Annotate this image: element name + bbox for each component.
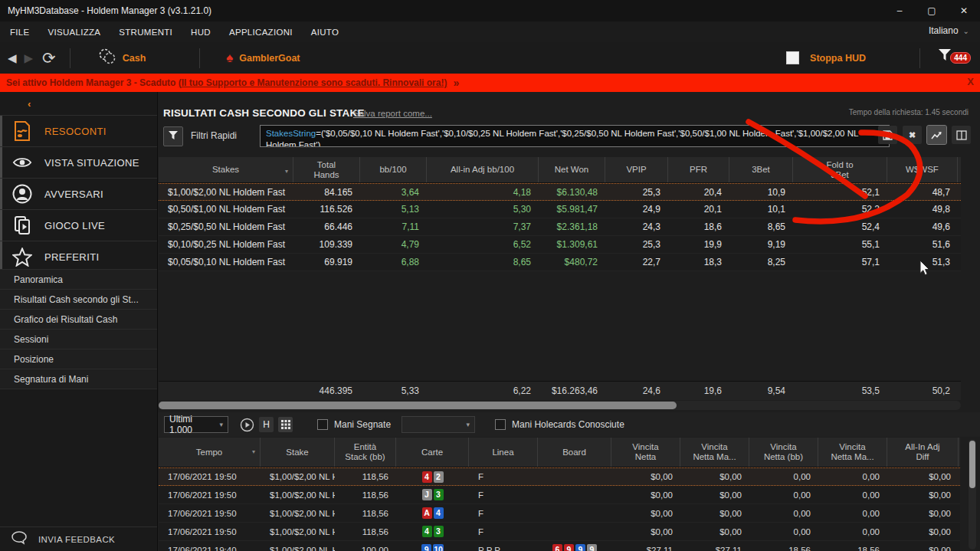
column-header-fold-to-3bet[interactable]: Fold to 3Bet xyxy=(793,157,887,182)
chart-view-button[interactable] xyxy=(927,126,946,144)
hand-range-value: Ultimi 1.000 xyxy=(169,414,213,435)
minimize-button[interactable]: – xyxy=(883,0,916,21)
cell-w-wsf: 48,7 xyxy=(887,187,958,198)
cell-stake: $1,00/$2,00 NL Holdem Fast xyxy=(261,509,335,518)
filter-count-badge: 444 xyxy=(950,52,971,64)
menu-applicazioni[interactable]: APPLICAZIONI xyxy=(229,28,293,37)
column-header-net-won[interactable]: Net Won xyxy=(539,157,605,182)
send-feedback-button[interactable]: INVIA FEEDBACK xyxy=(0,526,157,551)
scrollbar-thumb[interactable] xyxy=(969,441,975,488)
scrollbar-thumb[interactable] xyxy=(159,402,677,409)
known-holecards-checkbox[interactable] xyxy=(495,419,506,430)
sort-arrow-icon[interactable]: ▾ xyxy=(252,447,255,457)
player-tab[interactable]: ♠ GamblerGoat xyxy=(226,51,300,64)
cell-tempo: 17/06/2021 19:50 xyxy=(159,490,261,500)
column-header-all-in-adj-bb-100[interactable]: All-in Adj bb/100 xyxy=(427,157,539,182)
cell-total-hands: 69.919 xyxy=(293,257,360,267)
collapse-sidebar-button[interactable]: ‹ xyxy=(28,98,31,110)
menu-visualizza[interactable]: VISUALIZZA xyxy=(48,28,101,37)
sidebar-item-avversari[interactable]: AVVERSARI xyxy=(0,178,157,209)
banner-close-button[interactable]: X xyxy=(967,76,974,87)
quick-filters-label: Filtri Rapidi xyxy=(191,130,237,141)
column-header-total-hands[interactable]: Total Hands xyxy=(293,157,360,182)
column-header-board[interactable]: Board xyxy=(538,438,611,467)
column-header-tempo[interactable]: Tempo▾ xyxy=(159,438,261,467)
save-filter-button[interactable] xyxy=(878,126,897,144)
replay-hand-button[interactable] xyxy=(239,417,254,432)
cell-vincita-netta-bb: 0,00 xyxy=(749,490,818,500)
cell-vincita-netta-ma: 0,00 xyxy=(818,472,887,481)
report-item-panoramica[interactable]: Panoramica xyxy=(0,269,157,289)
column-header-vincita-netta-ma[interactable]: Vincita Netta Ma... xyxy=(818,438,887,467)
menu-hud[interactable]: HUD xyxy=(191,28,211,37)
sidebar-item-preferiti[interactable]: PREFERITI xyxy=(0,241,157,272)
menu-file[interactable]: FILE xyxy=(10,28,30,37)
hand-row[interactable]: 17/06/2021 19:50$1,00/$2,00 NL Holdem Fa… xyxy=(159,467,960,486)
cell-fold-to-3bet: 57,1 xyxy=(793,257,887,267)
cell-total-hands: 116.526 xyxy=(293,204,360,215)
column-header-w-wsf[interactable]: W$WSF xyxy=(887,157,958,182)
columns-layout-button[interactable] xyxy=(952,126,971,144)
save-report-link[interactable]: Salva report come... xyxy=(353,109,432,118)
maximize-button[interactable]: ▢ xyxy=(916,0,948,21)
column-header-all-in-adj-diff[interactable]: All-In Adj Diff xyxy=(887,438,959,467)
column-header-stake[interactable]: Stake xyxy=(261,438,335,467)
sidebar-item-resoconti[interactable]: RESOCONTI xyxy=(0,115,157,146)
hand-row[interactable]: 17/06/2021 19:50$1,00/$2,00 NL Holdem Fa… xyxy=(159,523,960,541)
sidebar-item-gioco-live[interactable]: GIOCO LIVE xyxy=(0,209,157,241)
vertical-scrollbar[interactable] xyxy=(969,439,976,549)
stakes-row[interactable]: $1,00/$2,00 NL Holdem Fast84.1653,644,18… xyxy=(159,183,961,201)
report-item-segnatura-di-mani[interactable]: Segnatura di Mani xyxy=(0,369,157,389)
column-header-pfr[interactable]: PFR xyxy=(668,157,729,182)
stakes-row[interactable]: $0,05/$0,10 NL Holdem Fast69.9196,888,65… xyxy=(159,254,961,271)
column-header-linea[interactable]: Linea xyxy=(469,438,538,467)
language-selector[interactable]: Italiano ⌄ xyxy=(929,25,969,36)
quick-filter-button[interactable] xyxy=(163,126,183,146)
grid-view-button[interactable] xyxy=(278,417,293,432)
marked-hands-checkbox[interactable] xyxy=(317,419,328,430)
hand-filter-button[interactable]: 444 xyxy=(937,48,971,69)
horizontal-scrollbar[interactable] xyxy=(159,401,961,410)
menu-aiuto[interactable]: AIUTO xyxy=(311,28,339,37)
cell-all-in-adj-diff: $0,00 xyxy=(887,472,959,481)
sidebar-item-vista-situazione[interactable]: VISTA SITUAZIONE xyxy=(0,146,157,178)
hud-toggle-button[interactable]: H xyxy=(259,417,274,432)
column-header-vincita-netta-bb[interactable]: Vincita Netta (bb) xyxy=(749,438,818,467)
report-item-risultati-cash-secondo-gli-st[interactable]: Risultati Cash secondo gli St... xyxy=(0,289,157,309)
stop-hud-checkbox[interactable] xyxy=(786,51,799,64)
stakes-row[interactable]: $0,50/$1,00 NL Holdem Fast116.5265,135,3… xyxy=(159,201,961,218)
report-item-grafico-dei-risultati-cash[interactable]: Grafico dei Risultati Cash xyxy=(0,309,157,329)
cell-stake: $1,00/$2,00 NL Holdem Fast xyxy=(261,546,335,551)
stakes-row[interactable]: $0,25/$0,50 NL Holdem Fast66.4467,117,37… xyxy=(159,218,961,236)
column-header-bb-100[interactable]: bb/100 xyxy=(360,157,427,182)
column-header-carte[interactable]: Carte xyxy=(396,438,469,467)
clear-filter-button[interactable]: ✖ xyxy=(903,126,922,144)
report-item-sessioni[interactable]: Sessioni xyxy=(0,329,157,349)
renew-link[interactable]: (Il tuo Supporto e Manutenzione sono sca… xyxy=(179,77,447,88)
column-header-vincita-netta[interactable]: Vincita Netta xyxy=(611,438,680,467)
column-header-entit-stack-bb[interactable]: Entità Stack (bb) xyxy=(335,438,396,467)
close-button[interactable]: ✕ xyxy=(948,0,980,21)
cash-tab[interactable]: Cash xyxy=(98,48,146,68)
column-header-vpip[interactable]: VPIP xyxy=(605,157,668,182)
column-header-3bet[interactable]: 3Bet xyxy=(729,157,793,182)
column-header-vincita-netta-ma[interactable]: Vincita Netta Ma... xyxy=(680,438,749,467)
refresh-icon[interactable]: ⟳ xyxy=(42,49,56,67)
report-icon xyxy=(12,121,32,141)
hand-row[interactable]: 17/06/2021 19:50$1,00/$2,00 NL Holdem Fa… xyxy=(159,486,960,504)
stakes-row[interactable]: $0,10/$0,25 NL Holdem Fast109.3394,796,5… xyxy=(159,236,961,254)
forward-button[interactable]: ▶ xyxy=(25,52,34,64)
column-header-stakes[interactable]: Stakes▾ xyxy=(159,157,293,182)
card-9d: 9 xyxy=(421,544,431,551)
sort-arrow-icon[interactable]: ▾ xyxy=(285,166,288,176)
marked-hands-select[interactable]: ▾ xyxy=(402,416,475,433)
sidebar: ‹ RESOCONTIVISTA SITUAZIONEAVVERSARIGIOC… xyxy=(0,92,158,551)
hand-row[interactable]: 17/06/2021 19:40$1,00/$2,00 NL Holdem Fa… xyxy=(159,541,960,551)
cell-vpip: 24,9 xyxy=(605,204,668,215)
filter-expression-input[interactable]: StakesString=('$0,05/$0,10 NL Holdem Fas… xyxy=(260,125,890,147)
report-item-posizione[interactable]: Posizione xyxy=(0,349,157,369)
back-button[interactable]: ◀ xyxy=(8,52,17,64)
hand-row[interactable]: 17/06/2021 19:50$1,00/$2,00 NL Holdem Fa… xyxy=(159,504,960,523)
hand-range-select[interactable]: Ultimi 1.000 ▾ xyxy=(164,416,228,433)
menu-strumenti[interactable]: STRUMENTI xyxy=(119,28,172,37)
